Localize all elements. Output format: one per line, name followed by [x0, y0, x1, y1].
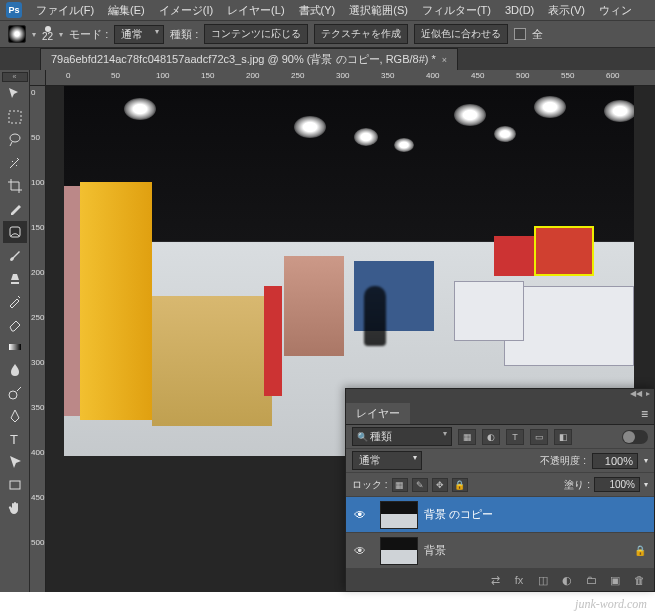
history-brush-tool[interactable] [3, 290, 27, 312]
hand-tool[interactable] [3, 497, 27, 519]
menu-image[interactable]: イメージ(I) [153, 1, 219, 20]
visibility-toggle-icon[interactable]: 👁 [346, 544, 374, 558]
adjustment-layer-icon[interactable]: ◐ [558, 572, 576, 588]
brush-preview[interactable]: 22 [42, 26, 53, 42]
blur-tool[interactable] [3, 359, 27, 381]
layer-thumbnail[interactable] [380, 537, 418, 565]
healing-brush-tool[interactable] [3, 221, 27, 243]
ruler-v-label: 500 [31, 539, 44, 547]
ruler-h-label: 50 [111, 71, 120, 80]
lock-all-icon[interactable]: 🔒 [452, 478, 468, 492]
current-tool-icon[interactable] [8, 25, 26, 43]
content-aware-button[interactable]: コンテンツに応じる [204, 24, 308, 44]
lock-pixels-icon[interactable]: ✎ [412, 478, 428, 492]
ruler-h-label: 0 [66, 71, 70, 80]
create-texture-button[interactable]: テクスチャを作成 [314, 24, 408, 44]
panel-menu-icon[interactable]: ≡ [641, 407, 648, 421]
options-bar: ▾ 22 ▾ モード : 通常 種類 : コンテンツに応じる テクスチャを作成 … [0, 20, 655, 48]
proximity-match-button[interactable]: 近似色に合わせる [414, 24, 508, 44]
fill-label: 塗り : [564, 478, 590, 492]
dodge-tool[interactable] [3, 382, 27, 404]
blend-mode-select[interactable]: 通常 [114, 25, 164, 44]
eraser-tool[interactable] [3, 313, 27, 335]
ruler-h-label: 300 [336, 71, 349, 80]
layer-filter-type-select[interactable]: 種類 [352, 427, 452, 446]
svg-rect-0 [9, 111, 21, 123]
ruler-origin[interactable] [30, 70, 46, 86]
pen-tool[interactable] [3, 405, 27, 427]
panel-close-icon[interactable]: ▸ [646, 389, 650, 403]
ruler-horizontal[interactable]: 0 50 100 150 200 250 300 350 400 450 500… [46, 70, 655, 86]
menu-filter[interactable]: フィルター(T) [416, 1, 497, 20]
layer-row[interactable]: 👁 背景 のコピー [346, 497, 654, 533]
layers-tab[interactable]: レイヤー [346, 403, 410, 424]
layer-thumbnail[interactable] [380, 501, 418, 529]
visibility-toggle-icon[interactable]: 👁 [346, 508, 374, 522]
ruler-v-label: 200 [31, 269, 44, 277]
menu-layer[interactable]: レイヤー(L) [221, 1, 290, 20]
menubar: Ps ファイル(F) 編集(E) イメージ(I) レイヤー(L) 書式(Y) 選… [0, 0, 655, 20]
link-layers-icon[interactable]: ⇄ [486, 572, 504, 588]
svg-rect-2 [9, 344, 21, 350]
sample-all-label: 全 [532, 27, 543, 42]
type-tool[interactable]: T [3, 428, 27, 450]
fill-chevron-icon[interactable]: ▾ [644, 480, 648, 489]
new-layer-icon[interactable]: ▣ [606, 572, 624, 588]
delete-layer-icon[interactable]: 🗑 [630, 572, 648, 588]
menu-file[interactable]: ファイル(F) [30, 1, 100, 20]
ruler-h-label: 200 [246, 71, 259, 80]
ruler-v-label: 450 [31, 494, 44, 502]
opacity-chevron-icon[interactable]: ▾ [644, 456, 648, 465]
menu-select[interactable]: 選択範囲(S) [343, 1, 414, 20]
close-icon[interactable]: × [442, 55, 447, 65]
magic-wand-tool[interactable] [3, 152, 27, 174]
ruler-h-label: 450 [471, 71, 484, 80]
clone-stamp-tool[interactable] [3, 267, 27, 289]
ruler-v-label: 350 [31, 404, 44, 412]
move-tool[interactable] [3, 83, 27, 105]
lock-transparency-icon[interactable]: ▦ [392, 478, 408, 492]
filter-toggle[interactable] [622, 430, 648, 444]
ruler-h-label: 550 [561, 71, 574, 80]
tools-collapse-toggle[interactable]: « [2, 72, 28, 82]
tool-preset-dropdown-icon[interactable]: ▾ [32, 30, 36, 39]
mode-label: モード : [69, 27, 108, 42]
ruler-v-label: 50 [31, 134, 40, 142]
fill-input[interactable]: 100% [594, 477, 640, 492]
brush-tool[interactable] [3, 244, 27, 266]
filter-type-icon[interactable]: T [506, 429, 524, 445]
eyedropper-tool[interactable] [3, 198, 27, 220]
menu-type[interactable]: 書式(Y) [293, 1, 342, 20]
filter-smart-icon[interactable]: ◧ [554, 429, 572, 445]
lasso-tool[interactable] [3, 129, 27, 151]
layers-panel: ◀◀ ▸ レイヤー ≡ 種類 ▦ ◐ T ▭ ◧ 通常 不透明度 : 100% … [345, 388, 655, 592]
layer-row[interactable]: 👁 背景 🔒 [346, 533, 654, 569]
svg-rect-5 [10, 481, 20, 489]
filter-adjustment-icon[interactable]: ◐ [482, 429, 500, 445]
layer-mask-icon[interactable]: ◫ [534, 572, 552, 588]
document-tab[interactable]: 79a6ebfd214ac78fc048157aadcf72c3_s.jpg @… [40, 48, 458, 70]
ruler-h-label: 350 [381, 71, 394, 80]
menu-edit[interactable]: 編集(E) [102, 1, 151, 20]
menu-view[interactable]: 表示(V) [542, 1, 591, 20]
layer-name[interactable]: 背景 のコピー [424, 507, 493, 522]
marquee-tool[interactable] [3, 106, 27, 128]
gradient-tool[interactable] [3, 336, 27, 358]
path-selection-tool[interactable] [3, 451, 27, 473]
rectangle-tool[interactable] [3, 474, 27, 496]
ruler-vertical[interactable]: 0 50 100 150 200 250 300 350 400 450 500 [30, 86, 46, 592]
menu-3d[interactable]: 3D(D) [499, 2, 540, 18]
crop-tool[interactable] [3, 175, 27, 197]
opacity-input[interactable]: 100% [592, 453, 638, 469]
menu-window[interactable]: ウィン [593, 1, 638, 20]
panel-collapse-icon[interactable]: ◀◀ [630, 389, 642, 403]
filter-shape-icon[interactable]: ▭ [530, 429, 548, 445]
layer-style-icon[interactable]: fx [510, 572, 528, 588]
layer-name[interactable]: 背景 [424, 543, 446, 558]
sample-all-checkbox[interactable] [514, 28, 526, 40]
blend-mode-select[interactable]: 通常 [352, 451, 422, 470]
lock-position-icon[interactable]: ✥ [432, 478, 448, 492]
filter-pixel-icon[interactable]: ▦ [458, 429, 476, 445]
group-icon[interactable]: 🗀 [582, 572, 600, 588]
brush-dropdown-icon[interactable]: ▾ [59, 30, 63, 39]
